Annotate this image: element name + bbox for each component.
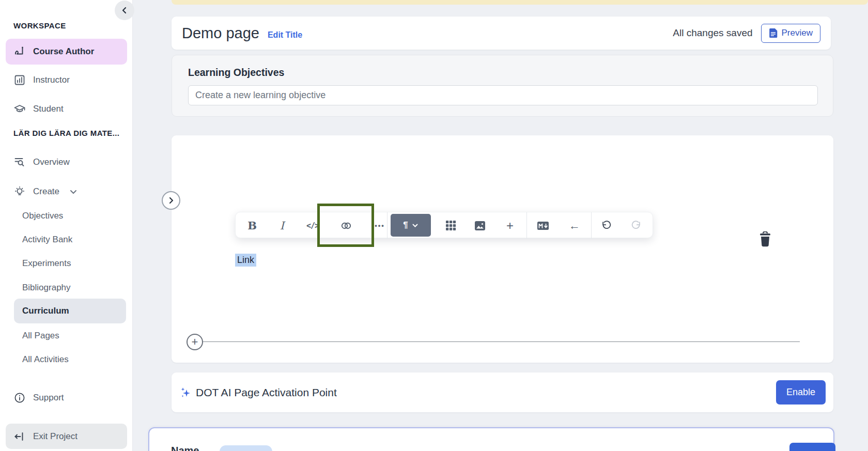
chevron-left-icon [120, 6, 129, 14]
sidebar-item-label: Overview [33, 157, 70, 167]
table-button[interactable] [439, 216, 462, 235]
chevron-down-icon [412, 222, 419, 229]
section-partial-label: Name [171, 445, 199, 451]
italic-button[interactable]: I [271, 216, 293, 235]
sidebar-item-all-pages[interactable]: All Pages [14, 327, 126, 345]
sidebar-item-bibliography[interactable]: Bibliography [14, 279, 126, 297]
preview-button-label: Preview [782, 28, 813, 38]
author-pen-icon [13, 45, 26, 58]
sidebar-item-overview[interactable]: Overview [6, 149, 127, 175]
info-circle-icon [13, 392, 26, 404]
expand-panel-button[interactable] [162, 191, 180, 210]
sidebar-item-experiments[interactable]: Experiments [14, 255, 126, 272]
markdown-button[interactable] [532, 216, 554, 235]
sidebar-item-instructor[interactable]: Instructor [6, 67, 127, 93]
add-block-button[interactable]: + [187, 334, 203, 350]
sidebar-item-support[interactable]: Support [6, 385, 127, 411]
sidebar-item-label: Student [33, 104, 64, 114]
toolbar-divider [526, 212, 527, 239]
toolbar-divider [387, 212, 388, 239]
delete-block-button[interactable] [757, 231, 773, 248]
lightbulb-icon [13, 185, 26, 198]
bar-chart-icon [13, 74, 26, 86]
back-arrow-button[interactable]: ← [563, 216, 586, 235]
redo-icon [630, 220, 642, 231]
image-button[interactable] [469, 216, 491, 235]
paragraph-icon: ¶ [403, 220, 408, 230]
sidebar-item-course-author[interactable]: Course Author [6, 39, 127, 65]
top-accent-strip [172, 0, 868, 5]
sidebar: WORKSPACE Course Author Instructor [0, 0, 133, 451]
status-badge [220, 445, 272, 451]
exit-project-button[interactable]: Exit Project [6, 424, 127, 449]
sidebar-item-label: Instructor [33, 75, 70, 85]
page-content-editor [172, 135, 833, 363]
annotation-highlight-box [317, 204, 374, 247]
sidebar-item-student[interactable]: Student [6, 96, 127, 122]
sidebar-item-curriculum[interactable]: Curriculum [14, 299, 126, 323]
image-icon [474, 221, 486, 231]
list-search-icon [13, 156, 26, 168]
chevron-right-icon [167, 196, 175, 205]
trash-icon [757, 231, 773, 248]
learning-objective-input[interactable] [188, 85, 818, 105]
undo-icon [601, 220, 612, 231]
graduation-cap-icon [13, 103, 26, 115]
toolbar-divider [591, 212, 592, 239]
rich-text-toolbar: B I </> ••• ¶ [235, 212, 653, 238]
table-grid-icon [445, 220, 456, 231]
exit-arrow-icon [13, 430, 26, 443]
block-divider-line [203, 341, 800, 342]
workspace-section-label: WORKSPACE [13, 21, 66, 30]
section-action-button[interactable] [789, 443, 835, 451]
sidebar-item-objectives[interactable]: Objectives [14, 207, 126, 225]
app-window: WORKSPACE Course Author Instructor [0, 0, 868, 451]
project-section-label: LÄR DIG LÄRA DIG MATE... [13, 129, 119, 137]
page-header: Demo page Edit Title All changes saved P… [172, 17, 831, 50]
learning-objectives-heading: Learning Objectives [188, 67, 284, 79]
bold-button[interactable]: B [241, 216, 264, 235]
learning-objectives-panel: Learning Objectives [172, 55, 833, 117]
sidebar-item-create[interactable]: Create [6, 179, 127, 205]
sparkles-icon [180, 386, 191, 399]
sidebar-item-label: Create [33, 186, 59, 197]
save-status: All changes saved [673, 27, 752, 39]
selected-text[interactable]: Link [235, 254, 256, 267]
redo-button[interactable] [625, 216, 647, 235]
edit-title-link[interactable]: Edit Title [268, 30, 302, 40]
markdown-icon [537, 221, 549, 230]
sidebar-item-all-activities[interactable]: All Activities [14, 351, 126, 368]
sidebar-item-label: Course Author [33, 46, 94, 57]
sidebar-collapse-button[interactable] [115, 1, 134, 20]
paragraph-style-button[interactable]: ¶ [391, 214, 431, 237]
document-icon [769, 28, 778, 38]
sidebar-item-activity-bank[interactable]: Activity Bank [14, 231, 126, 248]
chevron-down-icon [69, 187, 78, 196]
sidebar-item-label: Exit Project [33, 431, 78, 442]
sidebar-item-label: Support [33, 393, 64, 403]
dot-ai-activation-panel: DOT AI Page Activation Point Enable [172, 372, 833, 412]
dot-ai-label: DOT AI Page Activation Point [196, 386, 337, 399]
page-title: Demo page [182, 25, 259, 42]
enable-button[interactable]: Enable [776, 380, 826, 405]
insert-block-button[interactable]: + [499, 216, 521, 235]
preview-button[interactable]: Preview [761, 24, 820, 43]
undo-button[interactable] [595, 216, 618, 235]
next-section-panel: Name [148, 427, 834, 451]
